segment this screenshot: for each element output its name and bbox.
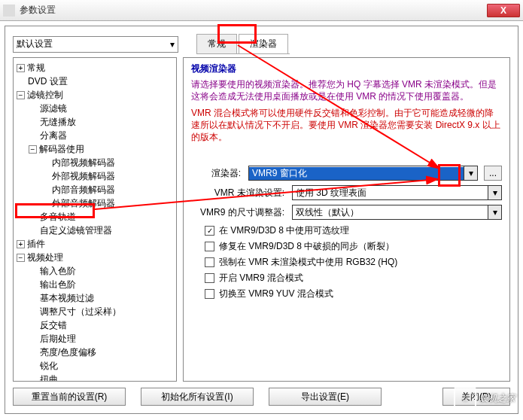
checkbox-2-label: 修复在 VMR9/D3D 8 中破损的同步（断裂）	[219, 240, 394, 253]
watermark-text: 装机之家	[479, 392, 515, 405]
checkbox-3[interactable]	[205, 257, 214, 267]
tree-item[interactable]: 内部音频解码器	[52, 184, 115, 195]
main-area: +常规 DVD 设置 −滤镜控制 源滤镜 无缝播放 分离器 −解码器使用 内部视…	[13, 57, 510, 382]
tree-toggle[interactable]: −	[29, 145, 37, 154]
window-body: 默认设置 ▾ 常规 渲染器 +常规 DVD 设置 −滤镜控制 源滤镜 无缝播放 …	[5, 26, 518, 414]
tree-item[interactable]: 自定义滤镜管理器	[40, 225, 112, 236]
title-bar: 参数设置 X	[0, 0, 523, 21]
tree-item[interactable]: 锐化	[40, 361, 58, 371]
tree-item[interactable]: 分离器	[40, 130, 67, 141]
tree-item[interactable]: 基本视频过滤	[40, 293, 94, 303]
tree-item[interactable]: 反交错	[40, 320, 67, 330]
tree-item[interactable]: 插件	[27, 239, 45, 249]
footer: 重置当前的设置(R) 初始化所有设置(I) 导出设置(E) 关闭(P)	[13, 388, 510, 406]
tree-item[interactable]: 调整尺寸（过采样）	[40, 306, 121, 317]
preset-value: 默认设置	[17, 38, 53, 50]
checkbox-1-label: 在 VMR9/D3D 8 中使用可选纹理	[219, 224, 349, 237]
form-area: 渲染器: VMR9 窗口化 ▾ ... VMR 未渲染设置: 使用 3D 纹理表…	[191, 166, 502, 300]
tree-item[interactable]: 后期处理	[40, 333, 76, 344]
tree-item[interactable]: 输出色阶	[40, 279, 76, 290]
window-title: 参数设置	[20, 4, 487, 17]
tree-item[interactable]: 亮度/色度偏移	[40, 347, 96, 358]
tab-renderer[interactable]: 渲染器	[239, 34, 288, 53]
chevron-down-icon[interactable]: ▾	[488, 186, 501, 199]
description-1: 请选择要使用的视频渲染器。推荐您为 HQ 字幕选择 VMR 未渲染模式。但是这将…	[191, 78, 502, 102]
tree-toggle[interactable]: +	[17, 64, 25, 72]
preset-dropdown[interactable]: 默认设置 ▾	[13, 36, 178, 53]
checkbox-3-label: 强制在 VMR 未渲染模式中使用 RGB32 (HQ)	[219, 256, 397, 269]
tree-item[interactable]: 源滤镜	[40, 103, 67, 114]
tree-toggle[interactable]: +	[17, 240, 25, 248]
tree-item[interactable]: 外部视频解码器	[52, 171, 115, 181]
vmr9-size-label: VMR9 的尺寸调整器:	[191, 206, 289, 219]
vmr-unrender-label: VMR 未渲染设置:	[191, 187, 289, 199]
vmr-unrender-value: 使用 3D 纹理表面	[293, 187, 488, 199]
tab-row: 常规 渲染器	[196, 34, 290, 54]
checkbox-5-label: 切换至 VMR9 YUV 混合模式	[219, 288, 333, 300]
vmr9-size-dropdown[interactable]: 双线性（默认） ▾	[292, 205, 502, 220]
tree-item[interactable]: 常规	[27, 62, 45, 73]
tree-item[interactable]: 解码器使用	[39, 144, 84, 154]
close-button[interactable]: X	[487, 4, 520, 17]
checkbox-2[interactable]	[205, 242, 214, 251]
settings-tree[interactable]: +常规 DVD 设置 −滤镜控制 源滤镜 无缝播放 分离器 −解码器使用 内部视…	[13, 57, 177, 382]
renderer-value: VMR9 窗口化	[249, 167, 464, 180]
checkbox-4[interactable]	[205, 273, 214, 283]
reset-all-button[interactable]: 初始化所有设置(I)	[141, 388, 254, 406]
description-2: VMR 混合模式将可以使用硬件反交错和色彩控制。由于它可能造成轻微的降速所以在默…	[191, 107, 502, 143]
top-bar: 默认设置 ▾ 常规 渲染器	[13, 34, 510, 54]
renderer-dropdown[interactable]: VMR9 窗口化 ▾	[248, 166, 478, 181]
export-button[interactable]: 导出设置(E)	[269, 388, 382, 406]
renderer-extra-button[interactable]: ...	[484, 166, 502, 181]
tree-item-video-processing[interactable]: 视频处理	[27, 252, 63, 263]
tree-item[interactable]: 滤镜控制	[27, 90, 63, 100]
checkbox-1[interactable]: ✓	[205, 226, 214, 236]
tree-item[interactable]: 多音轨道	[40, 212, 76, 222]
chevron-down-icon[interactable]: ▾	[488, 205, 501, 219]
tree-toggle[interactable]: −	[17, 254, 25, 262]
chevron-down-icon[interactable]: ▾	[464, 166, 477, 180]
tree-toggle[interactable]: −	[17, 91, 25, 99]
chevron-down-icon: ▾	[170, 39, 175, 50]
tree-item[interactable]: DVD 设置	[28, 76, 68, 87]
tab-general[interactable]: 常规	[196, 34, 237, 53]
watermark-icon: ⌂	[454, 387, 476, 409]
checkbox-5[interactable]	[205, 289, 214, 299]
watermark: ⌂ 装机之家	[454, 387, 515, 409]
vmr9-size-value: 双线性（默认）	[293, 206, 488, 219]
app-icon	[3, 5, 15, 17]
reset-current-button[interactable]: 重置当前的设置(R)	[13, 388, 126, 406]
vmr-unrender-dropdown[interactable]: 使用 3D 纹理表面 ▾	[292, 185, 502, 200]
tree-item[interactable]: 扭曲	[40, 374, 58, 382]
tree-item[interactable]: 输入色阶	[40, 266, 76, 276]
tree-item[interactable]: 外部音频解码器	[52, 198, 115, 208]
tree-item[interactable]: 无缝播放	[40, 117, 76, 127]
tree-item[interactable]: 内部视频解码器	[52, 157, 115, 168]
checkbox-4-label: 开启 VMR9 混合模式	[219, 272, 303, 285]
content-panel: 视频渲染器 请选择要使用的视频渲染器。推荐您为 HQ 字幕选择 VMR 未渲染模…	[183, 57, 510, 382]
section-title: 视频渲染器	[191, 62, 502, 75]
renderer-label: 渲染器:	[191, 167, 245, 180]
